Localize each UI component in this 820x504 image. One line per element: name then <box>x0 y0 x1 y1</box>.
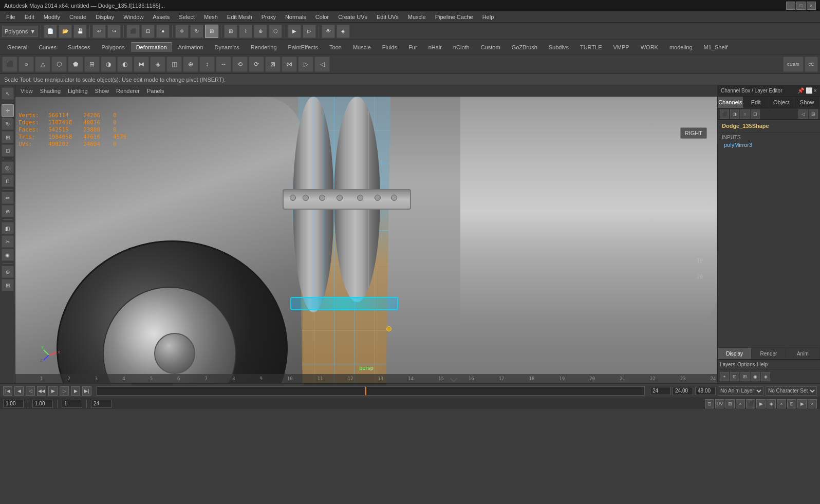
show-manipulator-button[interactable]: ⊕ <box>2 266 14 278</box>
menu-modify[interactable]: Modify <box>40 13 64 21</box>
transform-mode-button[interactable]: ⊡ <box>2 144 14 157</box>
menu-display[interactable]: Display <box>91 13 118 21</box>
layer-icon-1[interactable]: + <box>720 372 729 381</box>
viewport-canvas[interactable]: Verts: 566114 24206 0 Edges: 1107418 480… <box>15 97 717 383</box>
frame-display-3[interactable]: 1 <box>62 400 82 408</box>
shelf-icon-11[interactable]: ◫ <box>166 57 182 72</box>
shelf-tab-rendering[interactable]: Rendering <box>246 43 282 52</box>
rotate-tool-button[interactable]: ↻ <box>190 25 203 38</box>
shelf-tab-fur[interactable]: Fur <box>403 43 422 52</box>
channel-box-close-icon[interactable]: × <box>814 87 817 94</box>
menu-muscle[interactable]: Muscle <box>404 13 430 21</box>
shelf-tab-curves[interactable]: Curves <box>33 43 62 52</box>
snap-surface-button[interactable]: ⬡ <box>269 25 282 38</box>
layer-icon-3[interactable]: ⊞ <box>740 372 750 381</box>
move-mode-button[interactable]: ✛ <box>2 104 14 117</box>
cb-icon-3[interactable]: ○ <box>740 109 750 119</box>
go-to-start-button[interactable]: |◀ <box>3 386 12 396</box>
frame-display-1[interactable]: 1.00 <box>3 400 24 408</box>
shelf-tab-polygons[interactable]: Polygons <box>96 43 129 52</box>
shelf-icon-19[interactable]: ▷ <box>298 57 313 72</box>
shelf-tab-deformation[interactable]: Deformation <box>131 42 172 52</box>
display-tab-anim[interactable]: Anim <box>786 348 820 359</box>
shelf-icon-12[interactable]: ⊕ <box>183 57 198 72</box>
viewport-menu-renderer[interactable]: Renderer <box>114 87 142 95</box>
timeline-scrubber[interactable] <box>97 386 645 396</box>
cb-tab-edit[interactable]: Edit <box>743 97 769 108</box>
shelf-tab-turtle[interactable]: TURTLE <box>575 43 607 52</box>
shelf-icon-10[interactable]: ◈ <box>150 57 165 72</box>
channel-box-pin-icon[interactable]: 📌 <box>797 87 805 94</box>
shelf-tab-custom[interactable]: Custom <box>476 43 506 52</box>
menu-select[interactable]: Select <box>175 13 199 21</box>
viewport-menu-panels[interactable]: Panels <box>145 87 166 95</box>
next-keyframe-button[interactable]: ▷ <box>60 386 69 396</box>
shelf-tab-work[interactable]: WORK <box>636 43 663 52</box>
prev-keyframe-button[interactable]: ◁ <box>26 386 35 396</box>
display-tab-render[interactable]: Render <box>752 348 786 359</box>
snap-curve-button[interactable]: ⌇ <box>239 25 252 38</box>
shelf-icon-13[interactable]: ↕ <box>199 57 215 72</box>
menu-create-uvs[interactable]: Create UVs <box>334 13 371 21</box>
menu-edit-uvs[interactable]: Edit UVs <box>372 13 403 21</box>
soft-select-button[interactable]: ◎ <box>2 161 14 174</box>
menu-normals[interactable]: Normals <box>281 13 310 21</box>
snap-grid-button[interactable]: ⊞ <box>224 25 237 38</box>
scale-mode-button[interactable]: ⊞ <box>2 131 14 143</box>
shelf-tab-vmpp[interactable]: VMPP <box>608 43 635 52</box>
menu-mesh[interactable]: Mesh <box>200 13 222 21</box>
save-button[interactable]: 💾 <box>73 25 87 38</box>
shelf-icon-9[interactable]: ⧓ <box>134 57 149 72</box>
shelf-icon-18[interactable]: ⋈ <box>282 57 297 72</box>
shelf-tab-fluids[interactable]: Fluids <box>377 43 402 52</box>
shelf-icon-6[interactable]: ⊞ <box>84 57 100 72</box>
cb-tab-channels[interactable]: Channels <box>718 97 743 108</box>
shelf-icon-15[interactable]: ⟲ <box>232 57 248 72</box>
shelf-tab-gozbrush[interactable]: GoZBrush <box>507 43 543 52</box>
multi-cut-button[interactable]: ✂ <box>2 235 14 248</box>
shelf-tab-toon[interactable]: Toon <box>324 43 347 52</box>
custom-tool-button[interactable]: ⊞ <box>2 279 14 291</box>
menu-pipeline-cache[interactable]: Pipeline Cache <box>431 13 477 21</box>
shelf-tab-modeling[interactable]: modeling <box>664 43 698 52</box>
timeline-range-end-display[interactable]: 24.00 <box>673 387 693 395</box>
bottom-icon-4[interactable]: × <box>736 399 745 408</box>
bottom-icon-3[interactable]: ⊞ <box>725 399 735 408</box>
cb-tab-show[interactable]: Show <box>794 97 820 108</box>
shelf-tab-m1shelf[interactable]: M1_Shelf <box>699 43 733 52</box>
shelf-icon-2[interactable]: ○ <box>18 57 34 72</box>
display-tab-display[interactable]: Display <box>718 348 752 359</box>
bottom-icon-5[interactable]: ⬛ <box>746 399 755 408</box>
close-button[interactable]: × <box>807 2 816 10</box>
cb-icon-1[interactable]: ⬛ <box>720 109 729 119</box>
show-hide-button[interactable]: 👁 <box>322 25 335 38</box>
move-tool-button[interactable]: ✛ <box>175 25 189 38</box>
input-item-polymirror[interactable]: polyMirror3 <box>722 141 816 148</box>
frame-display-2[interactable]: 1.00 <box>32 400 53 408</box>
lasso-select-button[interactable]: ⊓ <box>2 175 14 187</box>
paint-weights-button[interactable]: ✏ <box>2 192 14 204</box>
menu-edit[interactable]: Edit <box>21 13 39 21</box>
ccam-button[interactable]: cCam <box>783 57 804 72</box>
shelf-icon-16[interactable]: ⟳ <box>249 57 264 72</box>
snap-point-button[interactable]: ⊕ <box>254 25 267 38</box>
viewport-menu-lighting[interactable]: Lighting <box>66 87 90 95</box>
maximize-button[interactable]: □ <box>796 2 806 10</box>
render-button[interactable]: ▶ <box>288 25 301 38</box>
shelf-tab-muscle[interactable]: Muscle <box>348 43 376 52</box>
bottom-icon-1[interactable]: ⊡ <box>705 399 714 408</box>
bottom-icon-6[interactable]: ▶ <box>756 399 766 408</box>
next-frame-button[interactable]: ▶ <box>71 386 80 396</box>
frame-display-4[interactable]: 24 <box>91 400 111 408</box>
display-button[interactable]: ◈ <box>337 25 350 38</box>
shelf-icon-17[interactable]: ⊠ <box>265 57 281 72</box>
shelf-tab-subdivs[interactable]: Subdivs <box>544 43 574 52</box>
anim-layer-dropdown[interactable]: No Anim Layer <box>718 386 763 396</box>
menu-window[interactable]: Window <box>119 13 147 21</box>
cb-icon-right-2[interactable]: ⊞ <box>809 109 818 119</box>
bottom-icon-7[interactable]: ◈ <box>767 399 776 408</box>
menu-file[interactable]: File <box>2 13 20 21</box>
layer-icon-4[interactable]: ◉ <box>751 372 760 381</box>
new-scene-button[interactable]: 📄 <box>44 25 57 38</box>
minimize-button[interactable]: _ <box>786 2 795 10</box>
